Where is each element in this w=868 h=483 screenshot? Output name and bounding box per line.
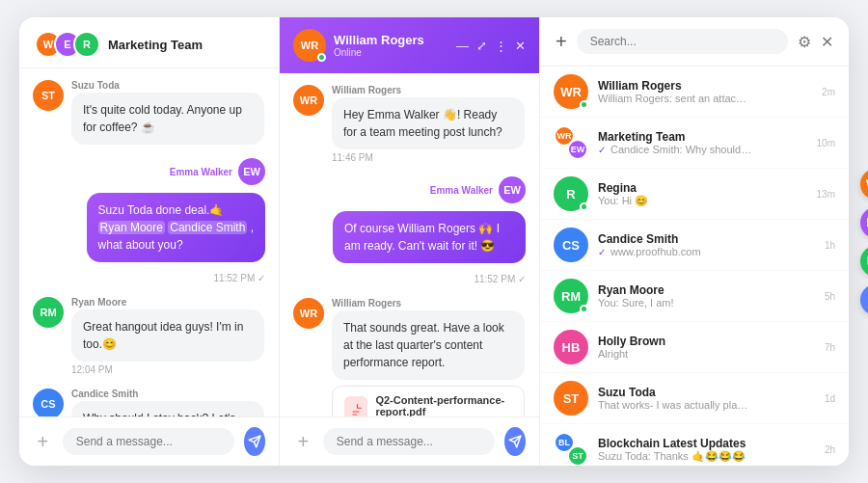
avatar: RM	[33, 297, 64, 328]
side-avatar-ew[interactable]: EW	[860, 207, 868, 238]
contact-info: Suzu Toda That works- I was actually pla…	[598, 386, 815, 411]
contact-preview: You: Hi 😊	[598, 195, 752, 207]
contact-time: 2h	[825, 444, 835, 455]
contact-info: Candice Smith ✓ www.proofhub.com	[598, 232, 815, 257]
marketing-team-avatars: W E R	[35, 31, 100, 58]
status-dot	[580, 305, 588, 313]
contact-preview: Suzu Toda: Thanks 🤙😂😂😂	[598, 450, 752, 463]
contact-time: 5h	[825, 291, 835, 302]
more-icon[interactable]: ⋮	[495, 39, 507, 53]
contact-item[interactable]: WR EW Marketing Team ✓ Candice Smith: Wh…	[540, 118, 849, 169]
contact-name: Suzu Toda	[598, 386, 815, 399]
contact-info: Ryan Moore You: Sure, I am!	[598, 283, 815, 309]
left-panel-footer: +	[19, 416, 279, 466]
message-content: Candice Smith Why should I stay back? Le…	[71, 389, 264, 416]
add-contact-icon[interactable]: +	[556, 31, 567, 53]
send-icon	[508, 435, 522, 448]
minimize-icon[interactable]: —	[456, 39, 469, 53]
send-button-middle[interactable]	[504, 427, 526, 456]
group-avatar: WR EW	[554, 125, 588, 160]
left-message-list: ST Suzu Toda It's quite cold today. Anyo…	[19, 68, 279, 416]
avatar: R	[73, 31, 100, 58]
contact-name: Holly Brown	[598, 335, 815, 348]
msg-sender-label: Emma Walker	[170, 167, 232, 177]
contact-time: 1d	[825, 393, 835, 404]
message-content: William Rogers That sounds great. Have a…	[332, 298, 525, 416]
group-av2: ST	[567, 445, 588, 466]
msg-bubble: That sounds great. Have a look at the la…	[332, 310, 525, 380]
message-row-sent: Emma Walker EW Suzu Toda done deal.🤙Ryan…	[33, 158, 265, 283]
msg-sender: William Rogers	[332, 85, 525, 95]
add-message-button[interactable]: +	[33, 428, 53, 455]
side-chat-button[interactable]	[860, 284, 868, 315]
header-actions: — ⤢ ⋮ ✕	[456, 39, 526, 53]
right-contacts-panel: + ⚙ ✕ WR William Rogers William Rogers: …	[540, 17, 849, 466]
contact-time: 10m	[817, 138, 835, 148]
contact-name: Regina	[598, 181, 807, 195]
contact-avatar: WR	[293, 29, 326, 62]
contact-info: Regina You: Hi 😊	[598, 181, 807, 207]
message-input-left[interactable]	[63, 428, 234, 455]
left-panel-header: W E R Marketing Team	[19, 17, 279, 68]
contact-name: William Rogers	[598, 79, 812, 93]
avatar: EW	[499, 176, 526, 203]
contact-name: Ryan Moore	[598, 283, 815, 297]
msg-bubble-sent: Of course William Rogers 🙌 I am ready. C…	[333, 211, 526, 263]
header-info: William Rogers Online	[334, 33, 448, 58]
file-info: Q2-Content-performance-report.pdf 6.4 MB	[375, 394, 512, 416]
contact-time: 7h	[825, 342, 835, 353]
side-avatar-bar: WR EW RM	[860, 169, 868, 315]
side-avatar-rm[interactable]: RM	[860, 246, 868, 277]
header-icon-group: ⚙ ✕	[798, 33, 833, 51]
file-icon: PDF	[344, 396, 367, 417]
msg-sender: Suzu Toda	[71, 80, 264, 91]
contact-preview: William Rogers: sent an attachment.	[598, 93, 752, 104]
contact-name: Candice Smith	[598, 232, 815, 246]
contact-item[interactable]: ST Suzu Toda That works- I was actually …	[540, 373, 849, 424]
msg-bubble: It's quite cold today. Anyone up for cof…	[71, 93, 264, 145]
msg-sender: Ryan Moore	[71, 297, 264, 308]
message-row: WR William Rogers Hey Emma Walker 👋! Rea…	[293, 85, 526, 163]
msg-bubble-sent: Suzu Toda done deal.🤙Ryan Moore Candice …	[87, 193, 265, 262]
add-message-button-middle[interactable]: +	[293, 428, 313, 455]
contact-item[interactable]: WR William Rogers William Rogers: sent a…	[540, 67, 849, 118]
avatar: CS	[33, 389, 64, 416]
msg-time: 12:04 PM	[71, 364, 264, 375]
contact-item[interactable]: RM Ryan Moore You: Sure, I am! 5h	[540, 271, 849, 322]
send-button-left[interactable]	[244, 427, 265, 456]
contact-list: WR William Rogers William Rogers: sent a…	[540, 67, 849, 466]
contact-preview: You: Sure, I am!	[598, 297, 752, 309]
contact-item[interactable]: BL ST Blockchain Latest Updates Suzu Tod…	[540, 424, 849, 466]
contact-preview: Alright	[598, 348, 752, 360]
msg-sender-label: Emma Walker	[430, 185, 493, 196]
avatar: ST	[33, 80, 64, 111]
message-row: RM Ryan Moore Great hangout idea guys! I…	[33, 297, 265, 375]
message-content: Suzu Toda It's quite cold today. Anyone …	[71, 80, 264, 145]
contact-item[interactable]: R Regina You: Hi 😊 13m	[540, 169, 849, 220]
contact-item[interactable]: HB Holly Brown Alright 7h	[540, 322, 849, 373]
contact-info: Marketing Team ✓ Candice Smith: Why shou…	[598, 130, 807, 155]
settings-icon[interactable]: ⚙	[798, 33, 811, 51]
contact-avatar: CS	[554, 228, 588, 262]
msg-time: 11:52 PM ✓	[474, 274, 526, 284]
expand-icon[interactable]: ⤢	[476, 39, 487, 53]
msg-sender: Candice Smith	[71, 389, 264, 399]
file-attachment[interactable]: PDF Q2-Content-performance-report.pdf 6.…	[332, 386, 525, 416]
read-check: ✓	[598, 145, 606, 155]
contact-item[interactable]: CS Candice Smith ✓ www.proofhub.com 1h	[540, 220, 849, 271]
side-avatar-wr[interactable]: WR	[860, 169, 868, 200]
right-header: + ⚙ ✕	[540, 17, 849, 67]
contact-info: William Rogers William Rogers: sent an a…	[598, 79, 812, 104]
close-icon[interactable]: ✕	[821, 33, 833, 51]
contact-time: 13m	[817, 189, 835, 200]
contact-preview: ✓ www.proofhub.com	[598, 246, 752, 257]
message-input-middle[interactable]	[323, 428, 495, 455]
online-status-dot	[317, 53, 326, 62]
close-icon[interactable]: ✕	[515, 39, 526, 53]
msg-bubble: Hey Emma Walker 👋! Ready for a team meet…	[332, 97, 525, 149]
contact-info: Holly Brown Alright	[598, 335, 815, 360]
message-row-sent: Emma Walker EW Of course William Rogers …	[293, 176, 526, 284]
search-input[interactable]	[577, 29, 788, 54]
message-content: Ryan Moore Great hangout idea guys! I'm …	[71, 297, 264, 375]
message-content: William Rogers Hey Emma Walker 👋! Ready …	[332, 85, 525, 163]
